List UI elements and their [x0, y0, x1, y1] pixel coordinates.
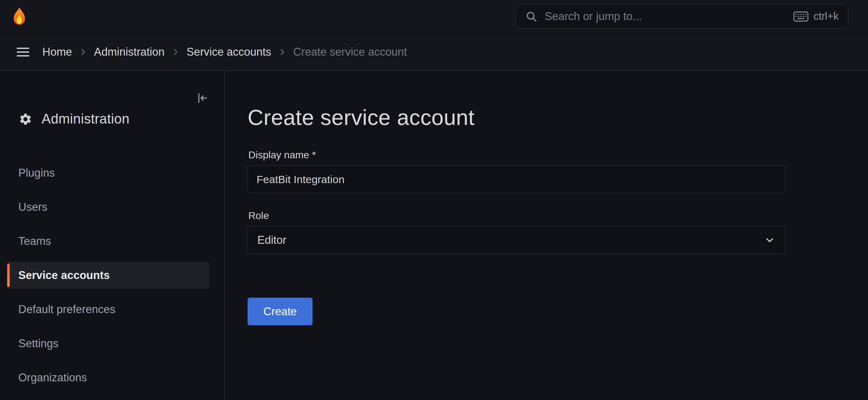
sidebar: Administration Plugins Users Teams Servi…: [0, 71, 225, 400]
chevron-right-icon: ›: [280, 44, 285, 58]
sidebar-item-label: Plugins: [18, 167, 55, 180]
breadcrumb-bar: Home › Administration › Service accounts…: [0, 33, 868, 71]
grafana-app: ctrl+k Home › Administration › Service a…: [0, 0, 868, 400]
role-select[interactable]: Editor: [248, 226, 785, 254]
sidebar-item-default-preferences[interactable]: Default preferences: [7, 296, 209, 323]
breadcrumb-item-current: Create service account: [293, 46, 407, 59]
role-select-value: Editor: [257, 234, 286, 247]
breadcrumb-item-administration[interactable]: Administration: [94, 46, 164, 59]
search-box[interactable]: ctrl+k: [516, 5, 848, 28]
sidebar-item-settings[interactable]: Settings: [7, 330, 209, 357]
search-shortcut: ctrl+k: [793, 10, 839, 22]
top-bar: ctrl+k: [0, 0, 868, 33]
sidebar-nav: Plugins Users Teams Service accounts Def…: [7, 159, 209, 398]
breadcrumb: Home › Administration › Service accounts…: [42, 45, 407, 59]
breadcrumb-item-service-accounts[interactable]: Service accounts: [187, 46, 271, 59]
grafana-logo-button[interactable]: [9, 6, 29, 27]
breadcrumb-item-home[interactable]: Home: [42, 46, 72, 59]
sidebar-item-label: Service accounts: [18, 269, 110, 282]
sidebar-item-label: Organizations: [18, 371, 87, 384]
menu-button[interactable]: [10, 39, 36, 65]
role-label: Role: [248, 210, 269, 222]
sidebar-item-label: Users: [18, 201, 47, 214]
gear-icon: [19, 112, 32, 126]
sidebar-item-teams[interactable]: Teams: [7, 228, 209, 255]
display-name-label: Display name *: [248, 149, 316, 161]
sidebar-item-users[interactable]: Users: [7, 194, 209, 220]
sidebar-header-administration[interactable]: Administration: [19, 111, 130, 127]
create-button[interactable]: Create: [248, 298, 313, 325]
page-title: Create service account: [248, 105, 475, 130]
hamburger-icon: [15, 45, 31, 60]
chevron-right-icon: ›: [173, 44, 178, 58]
sidebar-title: Administration: [42, 111, 130, 127]
chevron-down-icon: [764, 234, 775, 246]
search-shortcut-label: ctrl+k: [813, 10, 839, 22]
grafana-logo-icon: [10, 7, 28, 26]
sidebar-item-plugins[interactable]: Plugins: [7, 159, 209, 186]
keyboard-icon: [793, 11, 808, 22]
collapse-sidebar-button[interactable]: [194, 90, 211, 106]
sidebar-item-label: Default preferences: [18, 303, 116, 316]
sidebar-item-organizations[interactable]: Organizations: [7, 364, 209, 391]
sidebar-item-label: Settings: [18, 337, 58, 350]
sidebar-item-label: Teams: [18, 235, 51, 248]
sidebar-item-service-accounts[interactable]: Service accounts: [7, 262, 209, 289]
main-content: Create service account Display name * Ro…: [225, 71, 868, 400]
dock-left-icon: [196, 92, 209, 104]
display-name-input[interactable]: [248, 166, 785, 193]
search-input[interactable]: [545, 10, 786, 23]
chevron-right-icon: ›: [81, 44, 85, 58]
workspace: Administration Plugins Users Teams Servi…: [0, 71, 868, 400]
search-icon: [525, 10, 538, 23]
